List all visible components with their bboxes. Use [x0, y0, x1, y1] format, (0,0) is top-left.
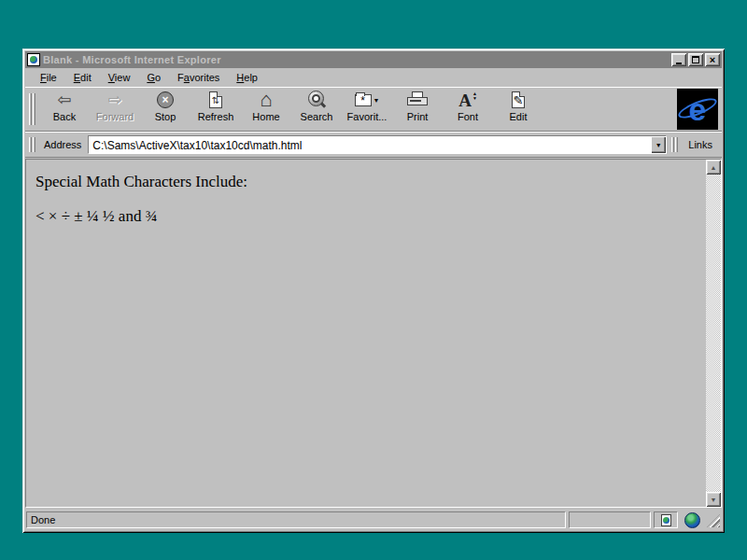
status-zone-panel — [654, 511, 678, 528]
status-message-panel: Done — [26, 511, 566, 528]
menu-help-label: Help — [236, 72, 258, 83]
stop-icon: × — [157, 91, 174, 108]
stop-button[interactable]: × Stop — [140, 90, 190, 129]
address-combobox: ▼ — [88, 135, 667, 154]
menu-edit[interactable]: Edit — [66, 70, 99, 85]
toolbar-grip[interactable] — [29, 93, 35, 125]
scroll-up-icon: ▲ — [711, 164, 717, 171]
address-bar-grip[interactable] — [29, 137, 35, 152]
stop-label: Stop — [155, 111, 176, 122]
font-label: Font — [458, 111, 478, 122]
menu-view[interactable]: View — [101, 70, 138, 85]
menu-view-label: View — [108, 72, 131, 83]
globe-glyph — [30, 56, 37, 63]
status-text: Done — [31, 514, 55, 525]
menu-go-label: Go — [147, 72, 161, 83]
home-label: Home — [252, 111, 279, 122]
back-label: Back — [53, 111, 76, 122]
toolbar: ⇦ Back ⇨ Forward × Stop ⇅ Refresh ⌂ Home — [25, 87, 722, 132]
home-button[interactable]: ⌂ Home — [241, 90, 291, 129]
status-bar: Done — [25, 508, 722, 530]
maximize-button[interactable] — [688, 53, 703, 66]
forward-arrow-icon: ⇨ — [107, 91, 121, 109]
close-icon: × — [710, 55, 715, 64]
minimize-icon — [676, 63, 682, 64]
window-controls: × — [671, 53, 720, 66]
menu-favorites[interactable]: Favorites — [170, 70, 227, 85]
math-characters-line: < × ÷ ± ¼ ½ and ¾ — [35, 207, 697, 226]
search-label: Search — [301, 111, 333, 122]
scroll-down-button[interactable]: ▼ — [706, 492, 721, 507]
address-bar: Address ▼ Links — [25, 132, 722, 158]
font-button[interactable]: A ▲▼ Font — [443, 90, 493, 129]
globe-icon — [684, 512, 700, 528]
status-secondary-panel — [569, 511, 651, 528]
address-dropdown-button[interactable]: ▼ — [651, 136, 666, 153]
document-zone-icon — [661, 514, 671, 526]
print-button[interactable]: Print — [392, 90, 443, 129]
print-label: Print — [407, 111, 429, 122]
minimize-button[interactable] — [671, 53, 686, 66]
back-button[interactable]: ⇦ Back — [39, 90, 90, 129]
scroll-down-icon: ▼ — [711, 497, 717, 503]
scroll-up-button[interactable]: ▲ — [706, 160, 721, 175]
favorites-button[interactable]: * ▼ Favorit... — [342, 90, 392, 129]
window-title: Blank - Microsoft Internet Explorer — [43, 54, 671, 65]
favorites-label: Favorit... — [347, 111, 388, 122]
browser-window: Blank - Microsoft Internet Explorer × Fi… — [22, 49, 725, 533]
print-icon — [407, 91, 428, 108]
resize-grip[interactable] — [707, 514, 720, 527]
menu-favorites-label: Favorites — [177, 72, 219, 83]
menu-file[interactable]: File — [33, 70, 64, 85]
menu-bar: File Edit View Go Favorites Help — [25, 68, 722, 87]
links-toolbar-label[interactable]: Links — [686, 139, 718, 150]
forward-button[interactable]: ⇨ Forward — [90, 90, 140, 129]
menu-help[interactable]: Help — [229, 70, 265, 85]
font-icon: A ▲▼ — [458, 91, 477, 109]
ie-document-icon — [27, 53, 40, 66]
refresh-label: Refresh — [198, 111, 234, 122]
address-input[interactable] — [89, 136, 651, 153]
refresh-button[interactable]: ⇅ Refresh — [190, 90, 241, 129]
forward-label: Forward — [96, 111, 134, 122]
refresh-icon: ⇅ — [209, 91, 222, 108]
edit-icon: ✎ — [512, 91, 525, 108]
edit-label: Edit — [510, 111, 528, 122]
address-label: Address — [44, 139, 83, 150]
search-button[interactable]: Search — [291, 90, 342, 129]
search-icon — [307, 91, 326, 109]
back-arrow-icon: ⇦ — [57, 91, 71, 109]
menu-file-label: File — [40, 72, 57, 83]
chevron-down-icon: ▼ — [655, 142, 662, 148]
content-area: Special Math Characters Include: < × ÷ ±… — [25, 159, 722, 508]
page-heading: Special Math Characters Include: — [35, 173, 697, 191]
favorites-dropdown-icon: ▼ — [374, 97, 380, 104]
title-bar[interactable]: Blank - Microsoft Internet Explorer × — [25, 51, 722, 68]
links-grip[interactable] — [671, 137, 678, 152]
edit-button[interactable]: ✎ Edit — [493, 90, 543, 129]
favorites-icon: * ▼ — [355, 94, 380, 106]
menu-go[interactable]: Go — [139, 70, 168, 85]
desktop: Blank - Microsoft Internet Explorer × Fi… — [0, 0, 747, 560]
scrollbar-track[interactable] — [706, 175, 721, 492]
close-button[interactable]: × — [705, 53, 720, 66]
maximize-icon — [692, 56, 699, 63]
vertical-scrollbar[interactable]: ▲ ▼ — [706, 160, 721, 507]
ie-logo: e — [677, 89, 718, 130]
page-content: Special Math Characters Include: < × ÷ ±… — [26, 160, 706, 507]
menu-edit-label: Edit — [74, 72, 92, 83]
home-icon: ⌂ — [260, 90, 272, 110]
